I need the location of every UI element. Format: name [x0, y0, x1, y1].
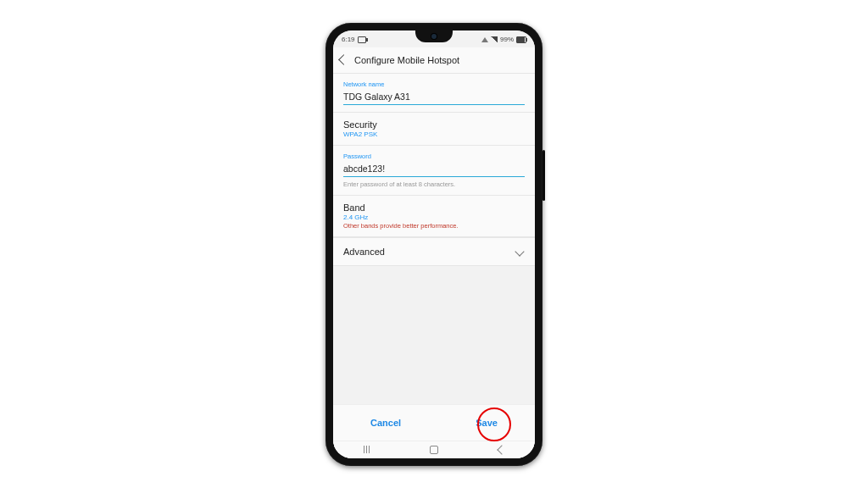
- advanced-label: Advanced: [343, 247, 385, 257]
- cancel-button[interactable]: Cancel: [359, 413, 413, 433]
- password-input[interactable]: [343, 162, 525, 177]
- network-name-row[interactable]: Network name: [333, 74, 535, 113]
- home-icon[interactable]: [430, 446, 438, 454]
- phone-screen: 6:19 99% Configure Mobile Hotspot: [333, 30, 535, 458]
- security-row[interactable]: Security WPA2 PSK: [333, 113, 535, 146]
- recents-icon[interactable]: [364, 446, 370, 453]
- battery-icon: [516, 36, 526, 43]
- stage: 6:19 99% Configure Mobile Hotspot: [0, 0, 868, 488]
- status-battery-text: 99%: [500, 36, 514, 43]
- camera-icon: [358, 36, 366, 43]
- phone-frame: 6:19 99% Configure Mobile Hotspot: [326, 23, 542, 466]
- security-value: WPA2 PSK: [343, 130, 525, 138]
- network-name-input[interactable]: [343, 90, 525, 105]
- security-label: Security: [343, 119, 525, 130]
- page-title: Configure Mobile Hotspot: [354, 55, 459, 65]
- signal-icon: [491, 36, 498, 42]
- band-row[interactable]: Band 2.4 GHz Other bands provide better …: [333, 196, 535, 237]
- wifi-icon: [481, 37, 488, 42]
- content-area: Network name Security WPA2 PSK Password …: [333, 74, 535, 458]
- band-label: Band: [343, 202, 525, 213]
- status-time: 6:19: [342, 36, 355, 43]
- password-row[interactable]: Password Enter password of at least 8 ch…: [333, 146, 535, 196]
- phone-notch: [415, 30, 453, 42]
- android-nav-bar: [333, 441, 535, 458]
- action-bar: Cancel Save: [333, 404, 535, 441]
- network-name-label: Network name: [343, 80, 525, 88]
- band-warning: Other bands provide better performance.: [343, 222, 525, 230]
- back-icon[interactable]: [338, 54, 349, 65]
- back-nav-icon[interactable]: [497, 445, 506, 454]
- password-helper: Enter password of at least 8 characters.: [343, 180, 525, 188]
- chevron-down-icon: [515, 247, 524, 256]
- save-button[interactable]: Save: [464, 413, 509, 433]
- app-header: Configure Mobile Hotspot: [333, 47, 535, 74]
- password-label: Password: [343, 152, 525, 160]
- content-spacer: [333, 266, 535, 404]
- advanced-row[interactable]: Advanced: [333, 237, 535, 266]
- band-value: 2.4 GHz: [343, 214, 525, 221]
